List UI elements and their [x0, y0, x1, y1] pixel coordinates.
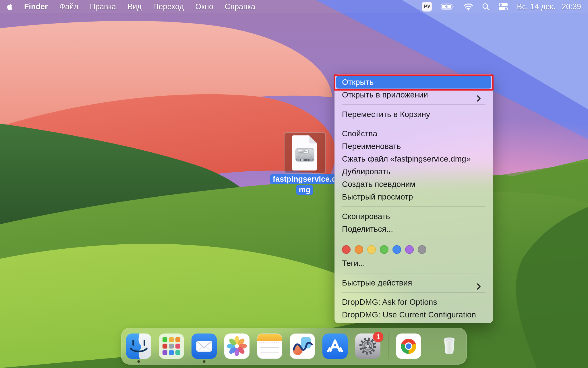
- menu-bar-status: РУ: [422, 2, 581, 12]
- menu-bar: FinderФайлПравкаВидПереходОкноСправка РУ: [0, 0, 588, 13]
- context-menu-item[interactable]: Открыть: [336, 76, 491, 89]
- appstore-icon: [322, 334, 348, 359]
- context-menu-item-label: Быстрый просмотр: [342, 192, 413, 202]
- dock-item-settings[interactable]: 1: [355, 334, 380, 359]
- context-menu-item[interactable]: Дублировать: [336, 165, 491, 178]
- tag-color-row: [334, 242, 493, 257]
- photos-icon: [224, 334, 249, 359]
- context-menu-item[interactable]: Быстрые действия: [336, 277, 491, 289]
- notes-icon: [257, 334, 282, 359]
- battery-charging-icon[interactable]: [440, 3, 455, 10]
- context-menu-item[interactable]: DropDMG: Use Current Configuration: [336, 308, 491, 321]
- context-menu-item-label: Открыть: [342, 78, 374, 87]
- context-menu-item[interactable]: Быстрый просмотр: [336, 191, 491, 203]
- context-menu-item[interactable]: Создать псевдоним: [336, 178, 491, 191]
- dock: 1: [121, 328, 467, 365]
- context-menu-separator: [342, 206, 486, 207]
- menubar-item-переход[interactable]: Переход: [153, 2, 184, 11]
- running-indicator: [203, 360, 206, 363]
- context-menu-item-label: DropDMG: Ask for Options: [342, 298, 437, 307]
- trash-icon: [437, 334, 462, 359]
- dock-item-chrome[interactable]: [396, 334, 421, 359]
- context-menu-item-label: Создать псевдоним: [342, 180, 415, 189]
- context-menu-item-label: Теги...: [342, 259, 365, 268]
- desktop-file-label[interactable]: fastpingservice.d mg: [270, 174, 339, 195]
- dock-item-notes[interactable]: [257, 334, 282, 359]
- dock-item-mail[interactable]: [192, 334, 217, 359]
- freeform-icon: [290, 334, 315, 359]
- context-menu-item-label: Переименовать: [342, 142, 401, 151]
- context-menu-item[interactable]: DropDMG: Ask for Options: [336, 296, 491, 308]
- menu-bar-left: FinderФайлПравкаВидПереходОкноСправка: [7, 2, 255, 11]
- dock-item-photos[interactable]: [224, 334, 249, 359]
- tag-color-blue[interactable]: [392, 245, 401, 254]
- context-menu-item[interactable]: Открыть в приложении: [336, 89, 491, 101]
- context-menu-item[interactable]: Поделиться...: [336, 223, 491, 235]
- context-menu-item[interactable]: Свойства: [336, 127, 491, 140]
- tag-color-gray[interactable]: [418, 245, 426, 254]
- context-menu-item[interactable]: Теги...: [336, 257, 491, 270]
- context-menu-separator: [342, 104, 486, 105]
- tag-color-yellow[interactable]: [367, 245, 376, 254]
- context-menu-separator: [342, 124, 486, 124]
- menubar-item-файл[interactable]: Файл: [59, 2, 78, 11]
- menu-bar-menus: FinderФайлПравкаВидПереходОкноСправка: [24, 2, 255, 11]
- dock-separator: [388, 333, 388, 359]
- input-source-badge[interactable]: РУ: [422, 2, 432, 12]
- tag-color-green[interactable]: [380, 245, 388, 254]
- dock-item-freeform[interactable]: [290, 334, 315, 359]
- context-menu-item-label: Свойства: [342, 129, 377, 138]
- context-menu-item-label: Переместить в Корзину: [342, 110, 430, 119]
- context-menu-separator: [342, 292, 486, 293]
- dock-item-finder[interactable]: [126, 334, 151, 359]
- context-menu-item-label: Сжать файл «fastpingservice.dmg»: [342, 154, 471, 164]
- dock-item-launchpad[interactable]: [159, 334, 184, 359]
- mail-icon: [192, 334, 217, 359]
- search-icon[interactable]: [482, 3, 490, 11]
- context-menu-item[interactable]: Переименовать: [336, 140, 491, 153]
- notification-badge: 1: [373, 332, 383, 342]
- menubar-item-finder[interactable]: Finder: [24, 2, 48, 11]
- tag-color-purple[interactable]: [405, 245, 414, 254]
- context-menu-item[interactable]: Сжать файл «fastpingservice.dmg»: [336, 153, 491, 165]
- dmg-disk-image-icon: [290, 135, 320, 171]
- file-label-line1: fastpingservice.d: [270, 174, 339, 184]
- context-menu-item-label: Быстрые действия: [342, 278, 412, 288]
- clock-date: Вс, 14 дек.: [517, 2, 555, 11]
- clock-time: 20:39: [562, 2, 581, 11]
- menubar-item-справка[interactable]: Справка: [225, 2, 255, 11]
- menubar-item-правка[interactable]: Правка: [90, 2, 116, 11]
- dock-item-trash[interactable]: [437, 334, 462, 359]
- context-menu-item-label: Скопировать: [342, 212, 390, 221]
- context-menu-item[interactable]: Переместить в Корзину: [336, 108, 491, 121]
- chrome-icon: [396, 334, 421, 359]
- context-menu-separator: [342, 273, 486, 273]
- desktop-file-dmg[interactable]: [284, 132, 326, 174]
- context-menu-item-label: Поделиться...: [342, 225, 393, 234]
- context-menu-separator: [342, 239, 486, 239]
- file-label-line2: mg: [296, 185, 313, 195]
- tag-color-orange[interactable]: [355, 245, 363, 254]
- context-menu: ОткрытьОткрыть в приложенииПереместить в…: [334, 74, 493, 323]
- launchpad-icon: [159, 334, 184, 359]
- dock-item-appstore[interactable]: [322, 334, 348, 359]
- wifi-icon[interactable]: [463, 3, 473, 11]
- tag-color-red[interactable]: [342, 245, 351, 254]
- menu-bar-clock[interactable]: Вс, 14 дек. 20:39: [517, 2, 581, 11]
- apple-menu-icon[interactable]: [7, 3, 13, 10]
- menubar-item-окно[interactable]: Окно: [195, 2, 213, 11]
- context-menu-item[interactable]: Скопировать: [336, 210, 491, 223]
- running-indicator: [138, 360, 140, 363]
- dock-separator: [429, 333, 429, 359]
- context-menu-item-label: Открыть в приложении: [342, 90, 428, 99]
- context-menu-item-label: Дублировать: [342, 167, 390, 176]
- finder-icon: [126, 334, 151, 359]
- context-menu-item-label: DropDMG: Use Current Configuration: [342, 310, 476, 319]
- menubar-item-вид[interactable]: Вид: [127, 2, 142, 11]
- control-center-icon[interactable]: [498, 3, 508, 11]
